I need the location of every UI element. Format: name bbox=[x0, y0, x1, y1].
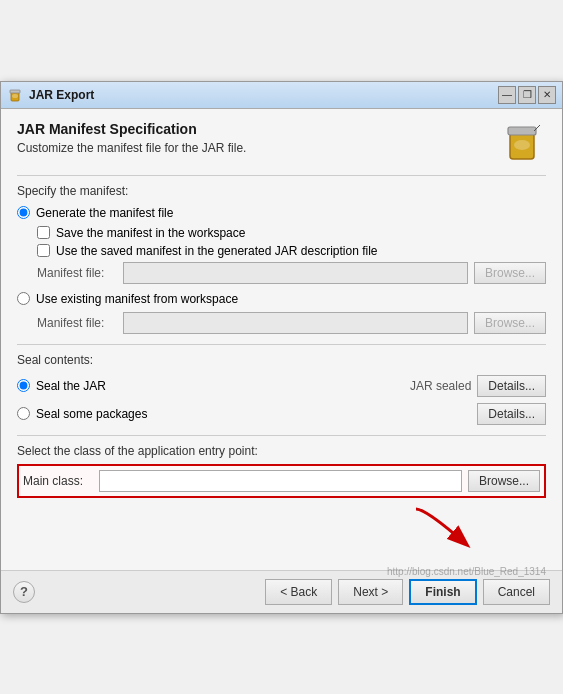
use-saved-checkbox[interactable] bbox=[37, 244, 50, 257]
main-class-label: Main class: bbox=[23, 474, 93, 488]
manifest-file-input-generate[interactable] bbox=[123, 262, 468, 284]
radio-seal-jar-label: Seal the JAR bbox=[36, 379, 106, 393]
radio-existing[interactable]: Use existing manifest from workspace bbox=[17, 292, 546, 306]
seal-divider bbox=[17, 344, 546, 345]
window-body: JAR Manifest Specification Customize the… bbox=[1, 109, 562, 613]
specify-manifest-label: Specify the manifest: bbox=[17, 184, 546, 198]
manifest-file-row-generate: Manifest file: Browse... bbox=[37, 262, 546, 284]
arrow-area bbox=[17, 498, 546, 558]
title-bar: JAR Export — ❒ ✕ bbox=[1, 82, 562, 109]
jar-header-icon bbox=[498, 117, 546, 165]
content-area: JAR Manifest Specification Customize the… bbox=[1, 109, 562, 570]
title-bar-controls: — ❒ ✕ bbox=[498, 86, 556, 104]
help-button[interactable]: ? bbox=[13, 581, 35, 603]
entry-divider bbox=[17, 435, 546, 436]
jar-title-icon bbox=[7, 87, 23, 103]
back-button[interactable]: < Back bbox=[265, 579, 332, 605]
radio-existing-label: Use existing manifest from workspace bbox=[36, 292, 238, 306]
cancel-button[interactable]: Cancel bbox=[483, 579, 550, 605]
maximize-button[interactable]: ❒ bbox=[518, 86, 536, 104]
browse-manifest-existing-button[interactable]: Browse... bbox=[474, 312, 546, 334]
radio-seal-jar[interactable]: Seal the JAR bbox=[17, 379, 410, 393]
use-saved-label: Use the saved manifest in the generated … bbox=[56, 244, 378, 258]
checkbox-use-saved[interactable]: Use the saved manifest in the generated … bbox=[37, 244, 546, 258]
radio-seal-jar-input[interactable] bbox=[17, 379, 30, 392]
radio-generate-input[interactable] bbox=[17, 206, 30, 219]
seal-contents-label: Seal contents: bbox=[17, 353, 546, 367]
page-subtitle: Customize the manifest file for the JAR … bbox=[17, 141, 246, 155]
finish-button[interactable]: Finish bbox=[409, 579, 476, 605]
watermark: http://blog.csdn.net/Blue_Red_1314 bbox=[387, 566, 546, 577]
save-manifest-checkbox[interactable] bbox=[37, 226, 50, 239]
save-manifest-label: Save the manifest in the workspace bbox=[56, 226, 245, 240]
manifest-file-input-existing[interactable] bbox=[123, 312, 468, 334]
manifest-file-row-existing: Manifest file: Browse... bbox=[37, 312, 546, 334]
svg-point-5 bbox=[514, 140, 530, 150]
radio-generate-label: Generate the manifest file bbox=[36, 206, 173, 220]
radio-seal-some[interactable]: Seal some packages bbox=[17, 407, 247, 421]
svg-rect-4 bbox=[508, 127, 536, 135]
checkbox-save[interactable]: Save the manifest in the workspace bbox=[37, 226, 546, 240]
bottom-right-buttons: < Back Next > Finish Cancel bbox=[265, 579, 550, 605]
header-divider bbox=[17, 175, 546, 176]
page-title: JAR Manifest Specification bbox=[17, 121, 246, 137]
manifest-file-label: Manifest file: bbox=[37, 266, 117, 280]
jar-export-window: JAR Export — ❒ ✕ JAR Manifest Specificat… bbox=[0, 81, 563, 614]
seal-packages-row: Seal some packages Details... bbox=[17, 403, 546, 425]
browse-main-class-button[interactable]: Browse... bbox=[468, 470, 540, 492]
radio-existing-input[interactable] bbox=[17, 292, 30, 305]
radio-seal-some-label: Seal some packages bbox=[36, 407, 147, 421]
next-button[interactable]: Next > bbox=[338, 579, 403, 605]
main-class-input[interactable] bbox=[99, 470, 462, 492]
svg-rect-1 bbox=[10, 90, 20, 93]
svg-point-2 bbox=[12, 94, 18, 98]
radio-seal-some-input[interactable] bbox=[17, 407, 30, 420]
main-class-row: Main class: Browse... bbox=[17, 464, 546, 498]
seal-jar-row: Seal the JAR JAR sealed Details... bbox=[17, 375, 546, 397]
title-bar-left: JAR Export bbox=[7, 87, 94, 103]
manifest-file-label-existing: Manifest file: bbox=[37, 316, 117, 330]
seal-packages-details-button[interactable]: Details... bbox=[477, 403, 546, 425]
title-bar-title: JAR Export bbox=[29, 88, 94, 102]
minimize-button[interactable]: — bbox=[498, 86, 516, 104]
close-button[interactable]: ✕ bbox=[538, 86, 556, 104]
browse-manifest-generate-button[interactable]: Browse... bbox=[474, 262, 546, 284]
seal-jar-details-button[interactable]: Details... bbox=[477, 375, 546, 397]
red-arrow-icon bbox=[406, 504, 486, 554]
jar-sealed-status: JAR sealed bbox=[410, 379, 471, 393]
entry-point-label: Select the class of the application entr… bbox=[17, 444, 546, 458]
header-text: JAR Manifest Specification Customize the… bbox=[17, 121, 246, 167]
radio-generate[interactable]: Generate the manifest file bbox=[17, 206, 546, 220]
